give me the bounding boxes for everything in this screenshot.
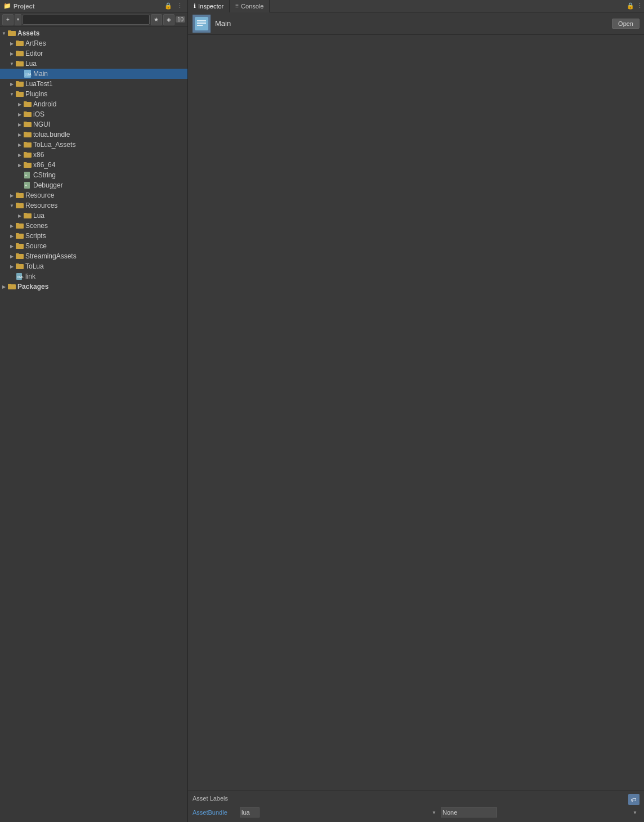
folder-icon	[16, 81, 24, 87]
tree-arrow[interactable]	[8, 222, 16, 230]
project-panel: 📁 Project 🔒 ⋮ + ▾ ★ ◈ 10 AssetsArtResEdi…	[0, 0, 188, 822]
tree-item-artres[interactable]: ArtRes	[0, 38, 187, 48]
folder-icon	[16, 263, 24, 270]
tree-arrow[interactable]	[8, 242, 16, 250]
asset-bundle-label: AssetBundle	[193, 809, 238, 816]
filter-icon[interactable]: ◈	[163, 14, 175, 25]
tree-item-debugger[interactable]: +Debugger	[0, 180, 187, 190]
tree-arrow[interactable]	[8, 202, 16, 209]
folder-icon	[16, 222, 24, 229]
tree-item-android[interactable]: Android	[0, 99, 187, 109]
tree-item-toluabundle[interactable]: tolua.bundle	[0, 129, 187, 140]
right-panel: ℹ Inspector ≡ Console 🔒 ⋮ Main ⚙ Open	[188, 0, 644, 822]
tree-item-x86_64[interactable]: x86_64	[0, 160, 187, 170]
tree-arrow[interactable]	[16, 151, 24, 159]
tabs-bar: ℹ Inspector ≡ Console 🔒 ⋮	[188, 0, 644, 12]
tree-arrow[interactable]	[8, 50, 16, 57]
tree-label: Lua	[25, 60, 37, 68]
tree-item-streamingassets[interactable]: StreamingAssets	[0, 251, 187, 261]
tree-arrow[interactable]	[0, 29, 8, 37]
project-folder-icon: 📁	[3, 2, 11, 10]
tree-label: Resource	[25, 191, 54, 199]
tree-arrow[interactable]	[8, 80, 16, 88]
tree-item-luatest1[interactable]: LuaTest1	[0, 79, 187, 89]
tab-console[interactable]: ≡ Console	[230, 0, 270, 12]
tree-arrow[interactable]	[8, 262, 16, 270]
tree-arrow[interactable]	[16, 100, 24, 108]
tree-item-source[interactable]: Source	[0, 241, 187, 251]
folder-icon	[24, 101, 32, 108]
tree-label: NGUI	[33, 120, 50, 128]
tree-item-resources-lua[interactable]: Lua	[0, 211, 187, 221]
tree-label: Lua	[33, 212, 44, 220]
tree-label: Scripts	[25, 232, 46, 240]
tree-arrow[interactable]	[16, 110, 24, 118]
bundle-select[interactable]: lua	[240, 807, 260, 817]
tab-inspector[interactable]: ℹ Inspector	[188, 0, 230, 12]
inspector-content: Main ⚙ Open Asset Labels 🏷 AssetBundle l…	[188, 12, 644, 822]
tree-label: ArtRes	[25, 39, 46, 47]
tree-item-main[interactable]: LUAMain	[0, 69, 187, 79]
svg-text:XML: XML	[17, 275, 24, 279]
tree-item-cstring[interactable]: +CString	[0, 170, 187, 180]
tag-button[interactable]: 🏷	[628, 794, 639, 805]
tree-label: x86_64	[33, 161, 55, 169]
tree-item-toluaassets[interactable]: ToLua_Assets	[0, 140, 187, 150]
folder-icon	[16, 40, 24, 47]
folder-icon	[16, 243, 24, 249]
menu-icon[interactable]: ⋮	[175, 2, 184, 11]
asset-labels-title: Asset Labels	[193, 795, 228, 802]
tree-label: Android	[33, 100, 56, 108]
tree-arrow[interactable]	[8, 60, 16, 68]
asset-header: Main ⚙ Open	[188, 12, 644, 35]
tree-item-link[interactable]: XMLlink	[0, 271, 187, 282]
tree-item-scenes[interactable]: Scenes	[0, 221, 187, 231]
tree-item-ios[interactable]: iOS	[0, 109, 187, 119]
tree-arrow[interactable]	[8, 252, 16, 260]
tree-arrow[interactable]	[16, 141, 24, 149]
tree-item-lua[interactable]: Lua	[0, 59, 187, 69]
tab-lock-icon[interactable]: 🔒	[626, 2, 635, 11]
tree-item-assets[interactable]: Assets	[0, 28, 187, 38]
search-input[interactable]	[23, 15, 150, 25]
tree-arrow[interactable]	[8, 90, 16, 98]
tree-arrow[interactable]	[16, 161, 24, 169]
tree-arrow[interactable]	[8, 191, 16, 199]
tree-item-packages[interactable]: Packages	[0, 282, 187, 292]
tree-item-ngui[interactable]: NGUI	[0, 119, 187, 129]
folder-icon	[16, 202, 24, 209]
tree-item-scripts[interactable]: Scripts	[0, 231, 187, 241]
count-badge: 10	[176, 16, 185, 23]
tree-label: Main	[33, 70, 48, 78]
open-button[interactable]: Open	[612, 19, 639, 29]
tab-menu-icon[interactable]: ⋮	[635, 2, 644, 11]
tree-item-plugins[interactable]: Plugins	[0, 89, 187, 99]
tree-item-resource[interactable]: Resource	[0, 190, 187, 200]
lock-icon[interactable]: 🔒	[164, 2, 173, 11]
file-icon: +	[24, 171, 32, 179]
tree-arrow[interactable]	[0, 283, 8, 291]
tree-arrow[interactable]	[16, 212, 24, 220]
tree-item-x86[interactable]: x86	[0, 150, 187, 160]
tree-arrow[interactable]	[16, 120, 24, 128]
folder-icon	[8, 30, 16, 37]
add-dropdown-button[interactable]: ▾	[15, 14, 21, 25]
favorite-filter-icon[interactable]: ★	[151, 14, 162, 25]
console-icon: ≡	[235, 3, 239, 9]
folder-icon	[24, 111, 32, 118]
tree-label: Plugins	[25, 90, 47, 98]
tree-label: x86	[33, 151, 44, 159]
file-icon: LUA	[24, 70, 32, 78]
tree-arrow[interactable]	[8, 39, 16, 47]
tree-arrow[interactable]	[8, 232, 16, 240]
folder-icon	[16, 50, 24, 57]
add-button[interactable]: +	[2, 14, 14, 25]
asset-bundle-row: AssetBundle lua None	[193, 805, 639, 820]
tree-label: Resources	[25, 202, 57, 209]
bundle-second-select[interactable]: None	[441, 807, 497, 817]
tree-item-resources[interactable]: Resources	[0, 200, 187, 211]
tree-arrow[interactable]	[16, 131, 24, 139]
tree-item-tolua[interactable]: ToLua	[0, 261, 187, 271]
folder-icon	[16, 91, 24, 97]
tree-item-editor[interactable]: Editor	[0, 48, 187, 59]
